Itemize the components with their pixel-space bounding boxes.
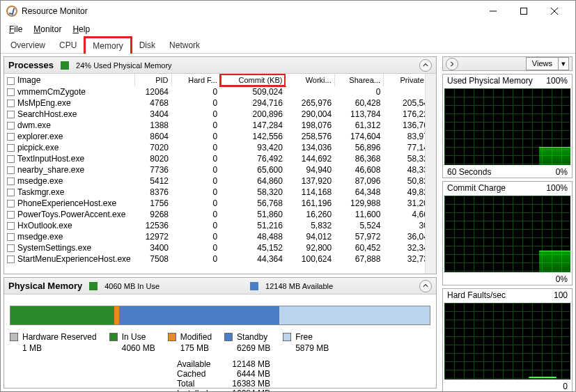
chevron-down-icon: ▾: [558, 58, 568, 70]
processes-panel: Processes 24% Used Physical Memory Image…: [3, 56, 437, 274]
tab-disk[interactable]: Disk: [132, 38, 162, 53]
close-button[interactable]: [539, 1, 570, 21]
maximize-button[interactable]: [508, 1, 539, 21]
legend-standby-swatch: [224, 333, 233, 341]
row-checkbox[interactable]: [7, 233, 15, 241]
legend-free-swatch: [283, 333, 291, 341]
stat-cached-v: 6444 MB: [223, 369, 270, 379]
legend-inuse-swatch: [109, 333, 118, 341]
minimize-button[interactable]: [478, 1, 508, 21]
graph-hf-max: 100: [554, 290, 568, 300]
col-working-set[interactable]: Worki...: [286, 74, 334, 86]
stat-available-v: 12148 MB: [223, 359, 270, 369]
expand-right-button[interactable]: [446, 58, 458, 70]
graph-used-memory: Used Physical Memory100% 60 Seconds0%: [442, 74, 573, 178]
graph-commit-max: 100%: [546, 183, 568, 193]
legend-hw-swatch: [10, 333, 18, 341]
col-shareable[interactable]: Sharea...: [334, 74, 383, 86]
legend-hw-val: 1 MB: [22, 343, 97, 354]
table-row[interactable]: PhoneExperienceHost.exe1756056,768161,19…: [4, 198, 436, 209]
table-row[interactable]: dwm.exe13880147,284198,07661,312136,764: [4, 120, 436, 131]
stat-total-v: 16383 MB: [223, 379, 270, 389]
memory-bar: [10, 306, 430, 325]
legend-mod-swatch: [168, 333, 176, 341]
tab-network[interactable]: Network: [162, 38, 207, 53]
legend-standby-label: Standby: [237, 332, 270, 343]
stat-total-k: Total: [177, 379, 215, 389]
row-checkbox[interactable]: [7, 122, 15, 130]
select-all-checkbox[interactable]: [7, 77, 15, 85]
collapse-physmem-button[interactable]: [419, 280, 432, 292]
avail-indicator-icon: [250, 282, 258, 290]
legend-mod-label: Modified: [180, 332, 212, 343]
row-checkbox[interactable]: [7, 256, 15, 263]
table-row[interactable]: SearchHost.exe34040200,896290,004113,784…: [4, 109, 436, 120]
legend-inuse-val: 4060 MB: [122, 343, 155, 354]
stat-available-k: Available: [177, 359, 215, 369]
row-checkbox[interactable]: [7, 166, 15, 174]
table-row[interactable]: picpick.exe7020093,420134,03656,89677,14…: [4, 142, 436, 153]
stat-installed-k: Installed: [177, 389, 215, 392]
row-checkbox[interactable]: [7, 244, 15, 252]
table-row[interactable]: PowerToys.PowerAccent.exe9268051,86016,2…: [4, 209, 436, 220]
stat-cached-k: Cached: [177, 369, 215, 379]
col-commit[interactable]: Commit (KB): [220, 74, 286, 86]
row-checkbox[interactable]: [7, 144, 15, 152]
table-row[interactable]: TextInputHost.exe8020076,492144,69286,36…: [4, 153, 436, 164]
processes-title: Processes: [8, 60, 54, 70]
row-checkbox[interactable]: [7, 155, 15, 163]
table-scrollbar[interactable]: [425, 74, 436, 274]
tab-overview[interactable]: Overview: [3, 38, 52, 53]
col-pid[interactable]: PID: [134, 74, 171, 86]
graph-commit-charge: Commit Charge100% 0%: [442, 181, 573, 285]
tab-cpu[interactable]: CPU: [52, 38, 84, 53]
legend-standby-val: 6269 MB: [237, 343, 270, 354]
collapse-processes-button[interactable]: [419, 59, 432, 72]
graph-hard-faults: Hard Faults/sec100 0: [442, 288, 573, 392]
table-row[interactable]: nearby_share.exe7736065,60094,94046,6084…: [4, 164, 436, 175]
row-checkbox[interactable]: [7, 200, 15, 207]
row-checkbox[interactable]: [7, 100, 15, 107]
graph-used-max: 100%: [546, 76, 568, 86]
row-checkbox[interactable]: [7, 88, 15, 96]
stat-installed-v: 16384 MB: [223, 389, 270, 392]
views-dropdown[interactable]: Views▾: [526, 57, 569, 70]
row-checkbox[interactable]: [7, 189, 15, 196]
menu-help[interactable]: Help: [67, 23, 95, 36]
table-row[interactable]: SystemSettings.exe3400045,15292,80060,45…: [4, 242, 436, 253]
table-row[interactable]: msedge.exe5412064,860137,92087,09650,824: [4, 175, 436, 187]
tab-memory[interactable]: Memory: [84, 36, 132, 54]
inuse-indicator-icon: [89, 282, 98, 290]
legend-free-label: Free: [295, 332, 329, 343]
table-row[interactable]: explorer.exe86040142,556258,576174,60483…: [4, 131, 436, 142]
window-title: Resource Monitor: [22, 6, 478, 16]
table-row[interactable]: Taskmgr.exe8376058,320114,16864,34849,82…: [4, 187, 436, 198]
table-row[interactable]: msedge.exe12972048,48894,01257,97236,040: [4, 231, 436, 242]
row-checkbox[interactable]: [7, 133, 15, 141]
graph-hf-title: Hard Faults/sec: [447, 290, 506, 300]
graph-used-min: 0%: [556, 167, 568, 177]
row-checkbox[interactable]: [7, 211, 15, 219]
svg-rect-1: [521, 8, 527, 15]
graph-used-title: Used Physical Memory: [447, 76, 533, 86]
processes-status: 24% Used Physical Memory: [76, 61, 172, 70]
legend-free-val: 5879 MB: [295, 343, 329, 354]
processes-table[interactable]: Image PID Hard F... Commit (KB) Worki...…: [4, 74, 436, 265]
legend-hw-label: Hardware Reserved: [22, 332, 97, 343]
graph-used-xlabel: 60 Seconds: [447, 167, 491, 177]
table-row[interactable]: StartMenuExperienceHost.exe7508044,36410…: [4, 253, 436, 265]
menu-monitor[interactable]: Monitor: [28, 23, 67, 36]
row-checkbox[interactable]: [7, 111, 15, 118]
col-image[interactable]: Image: [4, 74, 134, 86]
physmem-inuse: 4060 MB In Use: [104, 282, 159, 290]
row-checkbox[interactable]: [7, 178, 15, 185]
table-row[interactable]: HxOutlook.exe12536051,2165,8325,524308: [4, 220, 436, 231]
graph-commit-min: 0%: [556, 274, 568, 284]
graph-commit-title: Commit Charge: [447, 183, 506, 193]
menu-file[interactable]: File: [3, 23, 28, 36]
table-row[interactable]: vmmemCmZygote120640509,02408: [4, 86, 436, 97]
col-hard-faults[interactable]: Hard F...: [171, 74, 220, 86]
row-checkbox[interactable]: [7, 222, 15, 230]
legend-inuse-label: In Use: [122, 332, 155, 343]
table-row[interactable]: MsMpEng.exe47680294,716265,97660,428205,…: [4, 97, 436, 109]
